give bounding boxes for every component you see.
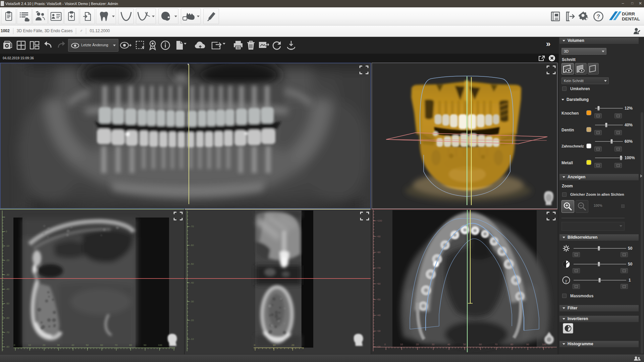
svg-text:+60: +60 [376,282,381,285]
svg-text:40: 40 [447,343,450,346]
svg-text:90: 90 [526,343,529,346]
svg-text:30: 30 [57,344,60,347]
svg-text:-60: -60 [6,316,9,319]
svg-text:-30: -30 [190,300,194,303]
svg-text:+30: +30 [376,329,381,333]
svg-text:60: 60 [479,343,482,346]
svg-text:50: 50 [463,343,466,346]
svg-text:-20: -20 [190,319,194,322]
svg-text:+20: +20 [376,345,381,348]
svg-text:30: 30 [432,343,434,346]
svg-text:-10: -10 [6,244,9,247]
svg-text:+50: +50 [376,298,381,301]
svg-text:40: 40 [71,344,74,347]
svg-text:-20: -20 [6,259,9,262]
svg-text:80: 80 [129,344,132,347]
svg-text:+70: +70 [376,266,381,269]
svg-text:80: 80 [511,343,513,346]
svg-text:20: 20 [291,344,294,347]
svg-text:20: 20 [416,343,419,346]
svg-text:70: 70 [495,343,497,346]
svg-text:60: 60 [100,344,103,347]
svg-text:-70: -70 [190,225,194,228]
svg-text:0: 0 [6,230,7,233]
svg-text:20: 20 [43,344,45,347]
svg-text:-40: -40 [6,288,9,291]
svg-text:100: 100 [158,344,162,347]
svg-text:DÜRR: DÜRR [622,11,635,16]
svg-text:-50: -50 [190,262,194,265]
svg-text:100: 100 [542,343,546,346]
svg-text:10: 10 [28,344,31,347]
svg-text:90: 90 [144,344,146,347]
svg-text:+90: +90 [376,235,381,238]
svg-text:0: 0 [14,344,15,347]
svg-text:DENTAL: DENTAL [622,16,640,21]
svg-text:-80: -80 [6,345,9,348]
svg-text:10: 10 [400,343,403,346]
svg-text:+100: +100 [376,219,382,222]
svg-text:+40: +40 [376,314,381,317]
svg-text:-30: -30 [6,273,9,276]
svg-text:γ: γ [565,278,567,283]
svg-text:-50: -50 [6,302,9,305]
svg-text:+80: +80 [376,251,381,254]
svg-text:70: 70 [115,344,117,347]
svg-text:-70: -70 [6,331,9,334]
svg-text:-40: -40 [190,281,194,284]
svg-text:-10: -10 [190,338,194,341]
svg-text:0: 0 [384,343,386,346]
svg-text:?: ? [596,13,600,20]
svg-text:10: 10 [273,344,275,347]
svg-text:0: 0 [254,344,255,347]
svg-text:50: 50 [86,344,89,347]
svg-text:-60: -60 [190,244,194,247]
